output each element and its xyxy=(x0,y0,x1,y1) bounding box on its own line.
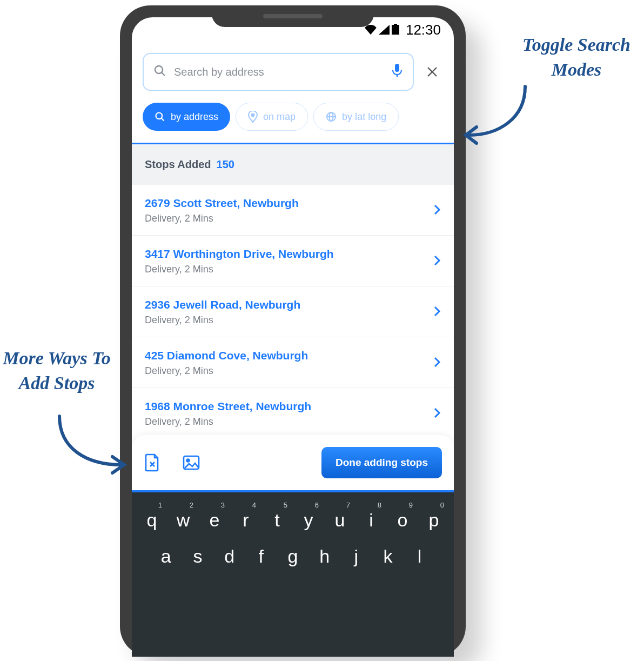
chevron-right-icon xyxy=(433,255,441,269)
voice-icon[interactable] xyxy=(391,64,403,80)
chevron-right-icon xyxy=(433,356,441,370)
import-image-icon[interactable] xyxy=(183,454,200,471)
stops-list: 2679 Scott Street, Newburgh Delivery, 2 … xyxy=(132,185,454,438)
stop-address: 2936 Jewell Road, Newburgh xyxy=(145,298,300,311)
keyboard-key-p[interactable]: 0p xyxy=(420,510,447,531)
annotation-arrow-right xyxy=(460,81,536,153)
svg-rect-4 xyxy=(395,64,399,72)
stop-row[interactable]: 2679 Scott Street, Newburgh Delivery, 2 … xyxy=(132,185,454,236)
keyboard-key-a[interactable]: a xyxy=(151,546,181,567)
stop-row[interactable]: 3417 Worthington Drive, Newburgh Deliver… xyxy=(132,236,454,286)
stop-row[interactable]: 1968 Monroe Street, Newburgh Delivery, 2… xyxy=(132,388,454,438)
search-mode-toggle: by address on map by lat long xyxy=(132,91,454,143)
mode-on-map[interactable]: on map xyxy=(236,103,308,131)
status-time: 12:30 xyxy=(406,22,441,38)
search-input[interactable] xyxy=(174,66,384,78)
import-file-icon[interactable] xyxy=(144,454,161,471)
stop-address: 1968 Monroe Street, Newburgh xyxy=(145,400,311,413)
svg-line-3 xyxy=(162,72,165,76)
stop-row[interactable]: 425 Diamond Cove, Newburgh Delivery, 2 M… xyxy=(132,337,454,388)
mode-by-latlong[interactable]: by lat long xyxy=(313,103,399,131)
stop-subtext: Delivery, 2 Mins xyxy=(145,416,311,428)
keyboard-key-t[interactable]: 5t xyxy=(264,510,291,531)
phone-screen: 12:30 by address xyxy=(132,17,454,657)
annotation-more-ways: More Ways To Add Stops xyxy=(0,346,113,396)
keyboard-key-o[interactable]: 9o xyxy=(389,510,416,531)
mode-by-latlong-label: by lat long xyxy=(342,111,386,123)
keyboard-key-j[interactable]: j xyxy=(341,546,371,567)
mode-by-address[interactable]: by address xyxy=(143,103,230,131)
keyboard-key-e[interactable]: 3e xyxy=(201,510,228,531)
keyboard-key-s[interactable]: s xyxy=(183,546,213,567)
battery-icon xyxy=(392,22,399,38)
keyboard-key-y[interactable]: 6y xyxy=(295,510,322,531)
stop-subtext: Delivery, 2 Mins xyxy=(145,264,334,275)
stop-row[interactable]: 2936 Jewell Road, Newburgh Delivery, 2 M… xyxy=(132,286,454,337)
on-screen-keyboard: 1q2w3e4r5t6y7u8i9o0p asdfghjkl xyxy=(132,492,454,657)
annotation-arrow-left xyxy=(43,411,130,483)
phone-frame: 12:30 by address xyxy=(120,5,466,657)
search-icon xyxy=(153,64,166,79)
svg-rect-1 xyxy=(394,24,397,25)
close-icon[interactable] xyxy=(421,61,443,83)
cell-signal-icon xyxy=(379,22,390,38)
stop-address: 2679 Scott Street, Newburgh xyxy=(145,197,299,210)
stops-added-header: Stops Added 150 xyxy=(132,144,454,185)
stop-subtext: Delivery, 2 Mins xyxy=(145,315,300,326)
keyboard-key-f[interactable]: f xyxy=(246,546,276,567)
svg-point-10 xyxy=(252,114,254,117)
bottom-action-bar: Done adding stops xyxy=(132,435,454,492)
keyboard-key-w[interactable]: 2w xyxy=(170,510,197,531)
keyboard-key-d[interactable]: d xyxy=(214,546,245,567)
stops-added-label: Stops Added xyxy=(145,158,211,171)
mode-on-map-label: on map xyxy=(263,111,296,123)
svg-point-8 xyxy=(156,113,163,119)
stop-address: 425 Diamond Cove, Newburgh xyxy=(145,349,308,362)
status-icons xyxy=(365,22,399,38)
svg-line-9 xyxy=(162,118,164,121)
svg-point-17 xyxy=(187,459,190,462)
keyboard-key-q[interactable]: 1q xyxy=(138,510,165,531)
done-adding-stops-button[interactable]: Done adding stops xyxy=(321,447,442,478)
search-box[interactable] xyxy=(143,53,414,91)
chevron-right-icon xyxy=(433,305,441,319)
annotation-toggle-search-modes: Toggle Search Modes xyxy=(509,32,644,82)
keyboard-key-g[interactable]: g xyxy=(278,546,308,567)
keyboard-key-k[interactable]: k xyxy=(373,546,403,567)
stop-address: 3417 Worthington Drive, Newburgh xyxy=(145,248,334,261)
keyboard-key-l[interactable]: l xyxy=(405,546,435,567)
mode-by-address-label: by address xyxy=(171,111,218,123)
keyboard-key-h[interactable]: h xyxy=(310,546,340,567)
stops-added-count: 150 xyxy=(217,158,234,171)
svg-point-2 xyxy=(155,66,163,74)
stop-subtext: Delivery, 2 Mins xyxy=(145,213,299,224)
stop-subtext: Delivery, 2 Mins xyxy=(145,365,308,377)
chevron-right-icon xyxy=(433,204,441,218)
phone-notch xyxy=(212,5,374,27)
keyboard-key-i[interactable]: 8i xyxy=(358,510,385,531)
svg-rect-0 xyxy=(392,25,399,35)
keyboard-key-u[interactable]: 7u xyxy=(326,510,353,531)
keyboard-key-r[interactable]: 4r xyxy=(232,510,259,531)
chevron-right-icon xyxy=(433,407,441,421)
